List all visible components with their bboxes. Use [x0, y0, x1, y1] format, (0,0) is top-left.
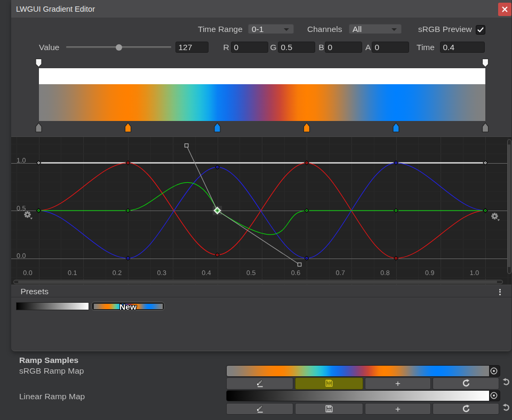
x-tick-label: 0.9 — [425, 269, 434, 277]
plus-button[interactable]: + — [365, 403, 431, 415]
srgb-ramp-gradient — [227, 366, 489, 376]
linear-ramp-map-bar[interactable] — [226, 390, 500, 402]
plus-icon: + — [365, 403, 430, 415]
srgb-ramp-buttons: + — [226, 377, 500, 390]
presets-header: Presets — [11, 285, 511, 297]
r-label: R — [223, 42, 229, 52]
x-tick-label: 0.6 — [291, 269, 300, 277]
refresh-icon — [461, 379, 470, 388]
color-key-marker[interactable] — [36, 123, 42, 132]
channels-dropdown[interactable]: All — [349, 24, 402, 34]
srgb-preview-label: sRGB Preview — [418, 24, 472, 34]
b-label: B — [319, 42, 324, 52]
g-label: G — [270, 42, 277, 52]
srgb-preview-checkbox[interactable] — [476, 25, 485, 35]
refresh-button[interactable] — [433, 403, 499, 415]
y-tick-label: 0.5 — [17, 205, 26, 212]
b-field[interactable]: 0 — [325, 42, 362, 53]
alpha-marker[interactable] — [36, 59, 42, 68]
color-key-marker[interactable] — [125, 123, 131, 132]
save-icon — [325, 405, 333, 413]
alpha-marker[interactable] — [483, 59, 489, 68]
color-key-marker[interactable] — [214, 123, 220, 132]
title-bar[interactable]: LWGUI Gradient Editor — [11, 0, 511, 18]
linear-ramp-map-label: Linear Ramp Map — [19, 392, 85, 401]
close-icon — [498, 3, 511, 16]
refresh-icon — [461, 404, 470, 413]
channels-value: All — [353, 25, 362, 34]
horizontal-scrollbar-thumb[interactable] — [18, 281, 497, 284]
chevron-down-icon — [391, 28, 397, 31]
ramp-samples-title: Ramp Samples — [19, 356, 78, 365]
preset-new-label: New — [92, 302, 164, 312]
x-tick-label: 0.5 — [246, 269, 255, 277]
tangent-line — [187, 146, 218, 211]
object-picker-icon[interactable] — [490, 391, 498, 400]
presets-title: Presets — [21, 285, 49, 297]
x-tick-label: 0.3 — [157, 269, 166, 277]
color-key-marker[interactable] — [483, 123, 489, 132]
preset-swatch-grayscale[interactable] — [16, 302, 89, 310]
x-tick-label: 0.1 — [68, 269, 77, 277]
channels-label: Channels — [307, 24, 342, 34]
tangent-line — [218, 211, 300, 264]
undo-icon[interactable] — [502, 403, 511, 412]
x-tick-label: 0.8 — [380, 269, 389, 277]
object-picker-icon[interactable] — [490, 367, 498, 375]
plus-icon: + — [365, 378, 430, 389]
checkmark-icon — [476, 26, 485, 34]
value-slider-thumb[interactable] — [116, 44, 122, 51]
plus-button[interactable]: + — [365, 377, 431, 390]
gradient-editor-window: LWGUI Gradient Editor Time Range 0-1 Cha… — [11, 0, 511, 351]
value-field[interactable]: 127 — [175, 42, 209, 53]
pencil-button[interactable] — [226, 377, 293, 390]
linear-ramp-gradient — [227, 391, 489, 401]
time-range-label: Time Range — [198, 24, 243, 34]
pencil-icon — [255, 404, 265, 413]
x-tick-label: 0.0 — [23, 269, 32, 277]
refresh-button[interactable] — [433, 377, 499, 390]
y-tick-label: 0.0 — [17, 252, 26, 260]
tangent-handle[interactable] — [298, 263, 301, 266]
g-field[interactable]: 0.5 — [278, 42, 315, 53]
time-range-dropdown[interactable]: 0-1 — [248, 24, 294, 34]
color-key-marker[interactable] — [304, 123, 310, 132]
time-field[interactable]: 0.4 — [440, 42, 485, 53]
y-tick-label: 1.0 — [17, 157, 26, 164]
vertical-scrollbar[interactable] — [507, 139, 511, 274]
x-tick-label: 1.0 — [470, 269, 479, 277]
close-button[interactable] — [498, 3, 511, 16]
x-tick-label: 0.4 — [202, 269, 211, 277]
x-tick-label: 0.7 — [336, 269, 345, 277]
r-field[interactable]: 0 — [231, 42, 268, 53]
a-label: A — [365, 42, 371, 52]
tangent-handle[interactable] — [185, 144, 188, 147]
save-button[interactable] — [295, 403, 363, 415]
window-title: LWGUI Gradient Editor — [16, 0, 95, 18]
kebab-menu-icon[interactable] — [497, 285, 503, 298]
linear-ramp-buttons: + — [226, 403, 500, 415]
curve-editor-panel[interactable]: 0.00.10.20.30.40.50.60.70.80.91.00.00.51… — [11, 136, 511, 285]
preset-swatch-new[interactable]: New — [91, 302, 165, 311]
pencil-icon — [255, 379, 265, 388]
a-field[interactable]: 0 — [372, 42, 409, 53]
srgb-ramp-map-label: sRGB Ramp Map — [19, 367, 84, 375]
curve-editor-canvas[interactable]: 0.00.10.20.30.40.50.60.70.80.91.00.00.51… — [11, 137, 511, 285]
save-button[interactable] — [295, 377, 363, 390]
srgb-ramp-map-bar[interactable] — [226, 365, 500, 377]
vertical-scrollbar-thumb[interactable] — [508, 144, 510, 267]
undo-icon[interactable] — [502, 377, 511, 386]
save-icon — [325, 379, 333, 387]
horizontal-scrollbar[interactable] — [13, 280, 503, 284]
time-range-value: 0-1 — [252, 25, 263, 34]
pencil-button[interactable] — [226, 403, 293, 415]
color-key-marker[interactable] — [393, 123, 399, 132]
time-label: Time — [417, 42, 435, 52]
x-tick-label: 0.2 — [113, 269, 122, 277]
chevron-down-icon — [284, 28, 289, 31]
value-label: Value — [39, 42, 60, 52]
gradient-markers[interactable] — [11, 56, 511, 136]
